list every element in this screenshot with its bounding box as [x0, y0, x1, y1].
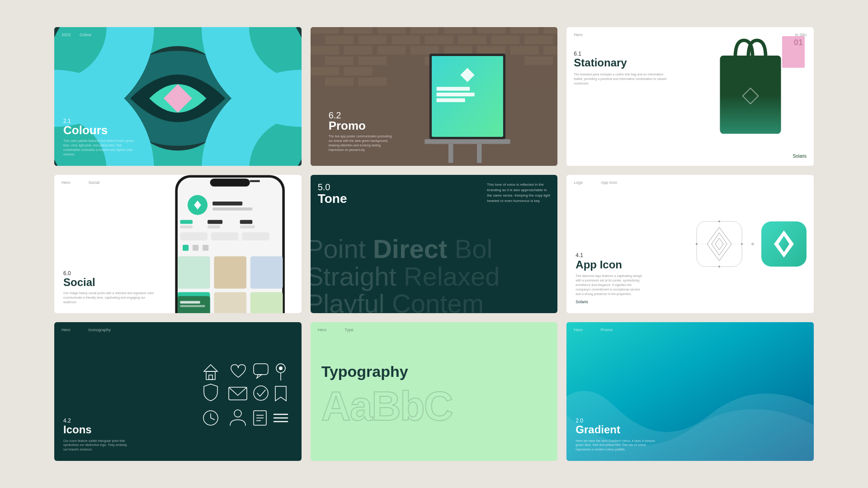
gradient-description: Here we have the hero Gradient colour, i… [576, 439, 657, 452]
card-social[interactable]: Hero Social 6.0 Social Our image-heavy s… [54, 175, 302, 314]
gradient-content: 2.0 Gradient Here we have the hero Gradi… [576, 418, 657, 452]
gradient-title: Gradient [576, 424, 657, 436]
svg-rect-15 [543, 27, 558, 34]
phone-mockup [150, 175, 301, 314]
typography-label-left: Hero [318, 328, 327, 332]
svg-rect-26 [410, 46, 439, 55]
promo-title: Promo [329, 120, 392, 131]
svg-rect-40 [358, 77, 387, 86]
svg-rect-21 [491, 36, 519, 44]
svg-point-106 [254, 386, 268, 400]
svg-rect-39 [325, 77, 353, 86]
stationary-number: 6.1 [574, 51, 670, 57]
card-promo[interactable]: 6.2 Promo The live app poster communicat… [311, 27, 558, 166]
svg-rect-22 [524, 36, 553, 44]
card-typography[interactable]: Hero Type Typography AaBbC [311, 322, 558, 461]
tone-number: 5.0 [318, 182, 347, 192]
svg-rect-9 [344, 27, 372, 34]
icons-content: 4.2 Icons Our icons feature subtle trian… [63, 418, 131, 452]
svg-rect-47 [436, 93, 474, 96]
stationary-description: The branded pack includes a cotton tote … [574, 72, 670, 85]
svg-rect-100 [206, 371, 215, 380]
svg-point-93 [741, 243, 743, 245]
svg-rect-105 [229, 387, 247, 400]
card-icons[interactable]: Hero Iconography 4.2 Icons Our icons fea… [54, 322, 302, 461]
card-colours[interactable]: 2023 Colour 2.1 Colours This color palet… [54, 27, 302, 166]
svg-point-94 [718, 266, 720, 267]
svg-rect-25 [377, 46, 406, 55]
svg-rect-12 [443, 27, 472, 34]
icons-number: 4.2 [63, 418, 131, 424]
number-badge: 01 [794, 38, 803, 47]
svg-rect-46 [436, 87, 470, 90]
typography-label-right: Type [344, 328, 354, 332]
appicon-title: App Icon [576, 258, 643, 271]
svg-rect-55 [720, 56, 781, 134]
typography-label-row: Hero Type [318, 328, 354, 332]
card-gradient[interactable]: Hero Promo 2.0 Gradient Here we have the… [566, 322, 814, 461]
svg-rect-63 [212, 202, 242, 206]
svg-rect-18 [391, 36, 420, 44]
card-stationary[interactable]: Hero In Situ 6.1 Stationary The branded … [566, 27, 814, 166]
tone-label-area: 5.0 Tone [318, 182, 347, 205]
svg-rect-78 [214, 256, 247, 289]
colours-label-row: 2023 Colour [61, 33, 92, 37]
colours-year: 2023 [61, 33, 71, 37]
svg-rect-101 [209, 375, 212, 380]
icons-label-row: Hero Iconography [61, 328, 111, 332]
typography-title: Typography [321, 363, 547, 380]
appicon-label-row: Logo App Icon [574, 180, 617, 185]
svg-point-104 [279, 366, 283, 370]
svg-rect-81 [178, 296, 210, 313]
card-appicon[interactable]: Logo App Icon 4.1 App Icon The diamond l… [566, 175, 814, 314]
svg-rect-71 [180, 232, 208, 240]
icons-grid-svg [195, 347, 294, 437]
social-number: 6.0 [63, 270, 157, 277]
card-tone[interactable]: 5.0 Tone This tone of voice is reflected… [311, 175, 558, 314]
svg-rect-64 [212, 207, 252, 211]
svg-rect-102 [254, 364, 268, 375]
appicon-number: 4.1 [576, 252, 643, 258]
stationary-brand: Solaris [793, 154, 807, 159]
svg-rect-48 [436, 99, 465, 102]
svg-rect-60 [250, 180, 260, 182]
svg-rect-72 [211, 232, 239, 240]
social-label-left: Hero [61, 180, 71, 185]
app-icon-final [761, 221, 807, 267]
svg-rect-29 [510, 46, 538, 55]
gradient-label-right: Promo [601, 328, 613, 332]
svg-rect-68 [208, 225, 220, 228]
svg-rect-23 [311, 46, 339, 55]
colours-description: This color palette features five distinc… [63, 139, 136, 156]
appicon-label-left: Logo [574, 180, 583, 185]
svg-rect-10 [377, 27, 406, 34]
svg-rect-82 [180, 301, 200, 304]
svg-rect-37 [344, 67, 372, 75]
svg-rect-84 [214, 292, 247, 313]
gradient-label-left: Hero [574, 328, 583, 332]
svg-rect-36 [311, 67, 339, 75]
stationary-content: 6.1 Stationary The branded pack includes… [566, 37, 678, 93]
svg-rect-11 [410, 27, 439, 34]
svg-rect-27 [443, 46, 472, 55]
gradient-number: 2.0 [576, 418, 657, 424]
social-description: Our image-heavy social posts with a rele… [63, 291, 157, 304]
icons-label-left: Hero [61, 328, 71, 332]
svg-rect-76 [203, 244, 208, 250]
portfolio-grid: 2023 Colour 2.1 Colours This color palet… [0, 0, 868, 488]
wireframe-diamond [694, 219, 744, 269]
icons-title: Icons [63, 424, 131, 436]
appicon-brand: Solaris [576, 300, 643, 304]
svg-rect-83 [180, 305, 205, 307]
svg-rect-8 [311, 27, 339, 34]
svg-rect-79 [250, 256, 283, 289]
svg-rect-67 [208, 220, 222, 224]
svg-rect-35 [524, 56, 553, 65]
svg-rect-30 [543, 46, 558, 55]
social-content: 6.0 Social Our image-heavy social posts … [63, 270, 157, 305]
bag-illustration [710, 32, 791, 145]
tone-description: This tone of voice is reflected in the b… [487, 182, 550, 204]
colours-category: Colour [80, 33, 92, 37]
svg-rect-75 [193, 244, 198, 250]
icons-description: Our icons feature subtle triangular poin… [63, 439, 131, 452]
